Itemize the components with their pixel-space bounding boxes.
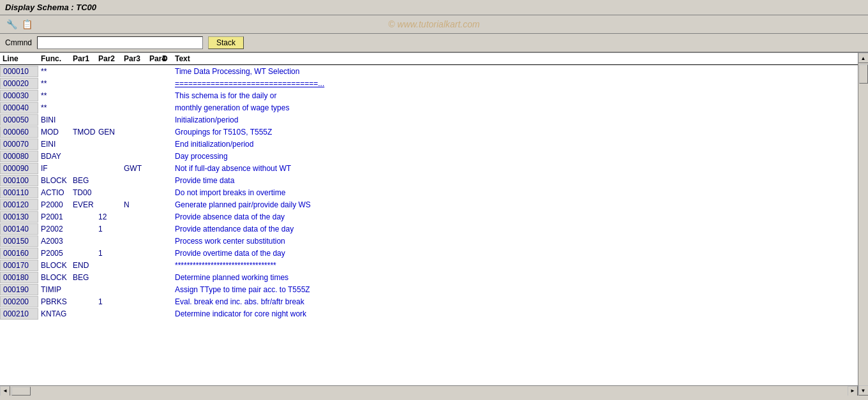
scrollbar-bottom[interactable]: ◄ ► — [0, 385, 858, 396]
header-par2: Par2 — [96, 54, 121, 63]
cell-par3 — [121, 228, 147, 230]
cell-line: 000170 — [0, 260, 38, 271]
scroll-thumb-h[interactable] — [11, 387, 31, 396]
cell-par3 — [121, 95, 147, 96]
cell-text: monthly generation of wage types — [172, 103, 858, 113]
header-d: D — [160, 54, 172, 63]
table-row: 000200PBRKS1Eval. break end inc. abs. bf… — [0, 295, 858, 307]
cell-text: ================================... — [172, 78, 858, 89]
cell-line: 000050 — [0, 114, 38, 126]
table-row: 000030**This schema is for the daily or — [0, 89, 858, 101]
table-row: 000130P200112Provide absence data of the… — [0, 211, 858, 223]
cell-par2 — [96, 107, 121, 108]
cell-par2 — [96, 168, 121, 169]
cell-par3 — [121, 241, 147, 242]
cell-par4 — [147, 241, 160, 242]
cell-text: Determine planned working times — [172, 272, 858, 283]
title-text: Display Schema : TC00 — [5, 3, 96, 12]
cell-par3: GWT — [121, 163, 147, 174]
cell-d — [160, 301, 172, 302]
cell-d — [160, 131, 172, 133]
cell-par1 — [70, 289, 96, 290]
cell-d — [160, 156, 172, 157]
cell-par4 — [147, 131, 160, 133]
toolbar-icon-1[interactable]: 🔧 — [5, 18, 18, 31]
cell-par3 — [121, 83, 147, 84]
title-bar: Display Schema : TC00 — [0, 0, 868, 15]
cell-d — [160, 95, 172, 96]
cell-par3 — [121, 253, 147, 254]
cell-text: Determine indicator for core night work — [172, 309, 858, 319]
cell-func: BINI — [38, 115, 70, 125]
cell-func: PBRKS — [38, 297, 70, 307]
cell-d — [160, 83, 172, 84]
cell-func: ** — [38, 78, 70, 89]
scroll-up-arrow[interactable]: ▲ — [858, 53, 869, 63]
cell-line: 000190 — [0, 284, 38, 295]
watermark: © www.tutorialkart.com — [388, 19, 479, 29]
stack-button[interactable]: Stack — [208, 36, 244, 49]
cell-par2: GEN — [96, 127, 121, 137]
cell-par2 — [96, 156, 121, 157]
cell-line: 000210 — [0, 308, 38, 320]
cell-par4 — [147, 168, 160, 169]
cell-line: 000160 — [0, 248, 38, 259]
cell-par3 — [121, 144, 147, 145]
cell-func: P2005 — [38, 248, 70, 258]
cell-d — [160, 277, 172, 278]
cell-par4 — [147, 228, 160, 230]
cell-par1 — [70, 228, 96, 230]
header-func: Func. — [38, 54, 70, 63]
cell-par4 — [147, 144, 160, 145]
table-row: 000050BINIInitialization/period — [0, 114, 858, 126]
cell-text: Process work center substitution — [172, 236, 858, 246]
cell-par2 — [96, 277, 121, 278]
cell-par2: 1 — [96, 297, 121, 307]
cell-line: 000140 — [0, 223, 38, 235]
cell-par3 — [121, 156, 147, 157]
cell-d — [160, 313, 172, 315]
scroll-right-arrow[interactable]: ► — [848, 386, 858, 396]
cell-text: Provide attendance data of the day — [172, 224, 858, 234]
command-bar: Cmmnd Stack — [0, 34, 868, 53]
scroll-left-arrow[interactable]: ◄ — [0, 386, 10, 396]
cell-par4 — [147, 83, 160, 84]
table-row: 000160P20051Provide overtime data of the… — [0, 247, 858, 259]
table-row: 000210KNTAGDetermine indicator for core … — [0, 307, 858, 320]
cell-par4 — [147, 216, 160, 218]
toolbar: 🔧 📋 © www.tutorialkart.com — [0, 15, 868, 34]
toolbar-icon-2[interactable]: 📋 — [20, 18, 33, 31]
cell-line: 000030 — [0, 90, 38, 101]
command-input[interactable] — [37, 36, 203, 49]
table-row: 000100BLOCKBEGProvide time data — [0, 174, 858, 186]
cell-par2 — [96, 71, 121, 72]
cell-func: P2001 — [38, 212, 70, 222]
cell-par2: 1 — [96, 248, 121, 258]
cell-d — [160, 119, 172, 121]
cell-func: ** — [38, 66, 70, 77]
cell-line: 000070 — [0, 138, 38, 150]
cell-par1: EVER — [70, 200, 96, 210]
cell-par1 — [70, 313, 96, 315]
cell-par2 — [96, 144, 121, 145]
cell-par3 — [121, 119, 147, 121]
cell-par4 — [147, 180, 160, 181]
cell-line: 000010 — [0, 66, 38, 77]
table-row: 000190TIMIPAssign TType to time pair acc… — [0, 283, 858, 295]
cell-par2: 12 — [96, 212, 121, 222]
cell-par3 — [121, 301, 147, 302]
table-row: 000040**monthly generation of wage types — [0, 101, 858, 114]
cell-d — [160, 107, 172, 108]
scrollbar-right[interactable]: ▲ ▼ — [858, 53, 868, 396]
cell-line: 000120 — [0, 199, 38, 211]
scroll-thumb-v[interactable] — [859, 64, 868, 84]
cell-d — [160, 241, 172, 242]
header-text: Text — [172, 54, 858, 63]
cell-func: BDAY — [38, 151, 70, 161]
scroll-down-arrow[interactable]: ▼ — [858, 385, 869, 396]
cell-par4 — [147, 313, 160, 315]
cell-func: P2002 — [38, 224, 70, 234]
cell-par2 — [96, 180, 121, 181]
cell-par2 — [96, 204, 121, 205]
cell-d — [160, 144, 172, 145]
